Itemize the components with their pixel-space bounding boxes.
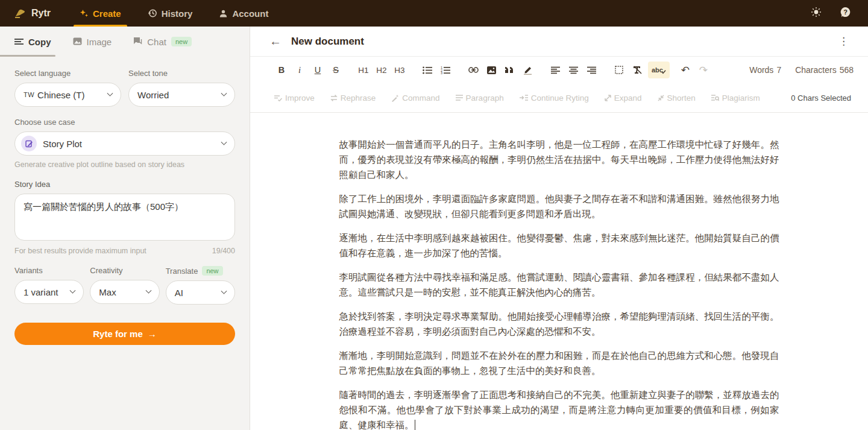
improve-label: Improve bbox=[285, 93, 315, 103]
tone-value: Worried bbox=[137, 90, 222, 100]
use-case-value: Story Plot bbox=[43, 139, 222, 149]
language-prefix: TW bbox=[24, 91, 34, 98]
document-editor[interactable]: 故事開始於一個普通而平凡的日子。主角名叫李明，他是一位工程師，在高壓工作環境中忙… bbox=[250, 113, 868, 430]
cta-label: Ryte for me bbox=[93, 329, 143, 339]
align-center-button[interactable] bbox=[566, 62, 580, 78]
continue-ryting-button[interactable]: Continue Ryting bbox=[520, 93, 589, 103]
tab-chat-label: Chat bbox=[147, 37, 166, 47]
ryte-for-me-button[interactable]: Ryte for me → bbox=[14, 323, 235, 345]
nav-label-history: History bbox=[162, 8, 193, 19]
continue-ryting-label: Continue Ryting bbox=[531, 93, 589, 103]
nav-item-account[interactable]: Account bbox=[206, 0, 281, 27]
rephrase-button[interactable]: Rephrase bbox=[330, 93, 376, 103]
shorten-button[interactable]: Shorten bbox=[658, 93, 696, 103]
h1-button[interactable]: H1 bbox=[356, 62, 371, 78]
char-counter: 19/400 bbox=[212, 247, 235, 255]
brand-name: Rytr bbox=[31, 8, 51, 19]
chevron-down-icon bbox=[221, 90, 227, 96]
help-icon[interactable]: ? bbox=[840, 7, 851, 21]
paragraph-button[interactable]: Paragraph bbox=[456, 93, 504, 103]
document-title[interactable]: New document bbox=[291, 36, 364, 48]
language-value: Chinese (T) bbox=[37, 90, 108, 100]
copy-lines-icon bbox=[14, 37, 24, 47]
paragraph[interactable]: 李明試圖從各種方法中尋找幸福和滿足感。他嘗試運動、閱讀心靈書籍、參加各種課程，但… bbox=[339, 270, 779, 300]
underline-button[interactable]: U bbox=[310, 62, 325, 78]
language-select[interactable]: TW Chinese (T) bbox=[14, 83, 121, 107]
chevron-down-icon bbox=[107, 90, 113, 96]
image-tab-icon bbox=[73, 37, 82, 47]
align-right-button[interactable] bbox=[584, 62, 599, 78]
characters-count: 568 bbox=[840, 65, 854, 75]
theme-toggle-icon[interactable] bbox=[811, 7, 822, 20]
arrow-right-icon: → bbox=[148, 329, 157, 339]
text-cursor bbox=[415, 420, 415, 430]
translate-select[interactable]: AI bbox=[166, 280, 235, 305]
plagiarism-label: Plagiarism bbox=[722, 93, 760, 103]
h3-button[interactable]: H3 bbox=[392, 62, 407, 78]
story-idea-helper: For best results provide maximum input bbox=[14, 247, 146, 255]
plagiarism-button[interactable]: Plagiarism bbox=[711, 93, 760, 103]
spellcheck-button[interactable]: abc bbox=[648, 62, 670, 78]
h2-button[interactable]: H2 bbox=[374, 62, 389, 78]
bold-button[interactable]: B bbox=[274, 62, 289, 78]
ordered-list-button[interactable]: 123 bbox=[438, 62, 453, 78]
formatting-toolbar: B i U S H1 H2 H3 123 bbox=[250, 57, 868, 83]
creativity-value: Max bbox=[99, 287, 146, 297]
redo-button[interactable]: ↷ bbox=[696, 62, 711, 78]
tab-image-label: Image bbox=[87, 37, 112, 47]
paragraph[interactable]: 漸漸地，李明開始意識到，問題並不在於外在的壓力和困難，而是在於他自己的思維方式和… bbox=[339, 348, 779, 378]
characters-label: Characters bbox=[795, 65, 836, 75]
tone-label: Select tone bbox=[128, 69, 235, 78]
sparkles-icon bbox=[80, 9, 89, 18]
nav-label-create: Create bbox=[93, 8, 121, 19]
tone-select[interactable]: Worried bbox=[128, 83, 235, 107]
image-button[interactable] bbox=[484, 62, 498, 78]
paragraph[interactable]: 除了工作上的困境外，李明還面臨許多家庭問題。他與妻子之間存在著不和諧和溝通困難。… bbox=[339, 191, 779, 221]
story-idea-input[interactable]: 寫一篇關於苦惱的男人的故事（500字） bbox=[14, 194, 235, 241]
back-arrow-icon[interactable]: ← bbox=[269, 34, 281, 48]
creativity-label: Creativity bbox=[90, 266, 122, 275]
person-icon bbox=[219, 9, 228, 18]
strikethrough-button[interactable]: S bbox=[329, 62, 343, 78]
expand-button[interactable]: Expand bbox=[605, 93, 642, 103]
paragraph[interactable]: 故事開始於一個普通而平凡的日子。主角名叫李明，他是一位工程師，在高壓工作環境中忙… bbox=[339, 137, 779, 182]
tab-chat[interactable]: Chat new bbox=[133, 37, 192, 47]
chevron-down-icon bbox=[70, 287, 76, 293]
quote-button[interactable] bbox=[502, 62, 517, 78]
use-case-select[interactable]: Story Plot bbox=[14, 131, 235, 156]
use-case-helper: Generate creative plot outline based on … bbox=[14, 160, 235, 169]
paragraph[interactable]: 逐漸地，在生活中李明感到越來越被困住。他變得憂鬱、焦慮，對未來感到無比迷茫。他開… bbox=[339, 230, 779, 261]
paragraph[interactable]: 急於找到答案，李明決定尋求專業幫助。他開始接受心理輔導治療，希望能夠理清頭緒、找… bbox=[339, 309, 779, 339]
chars-selected-info: 0 Chars Selected bbox=[791, 93, 851, 103]
translate-new-badge: new bbox=[202, 266, 222, 276]
kebab-menu-icon[interactable]: ⋮ bbox=[835, 35, 852, 48]
tab-image[interactable]: Image bbox=[73, 37, 112, 47]
ai-actions-toolbar: Improve Rephrase Command Paragraph Conti… bbox=[250, 83, 868, 113]
nav-item-history[interactable]: History bbox=[134, 0, 206, 27]
document-stats: Words7 Characters568 bbox=[746, 65, 854, 75]
history-clock-icon bbox=[148, 8, 157, 18]
italic-button[interactable]: i bbox=[292, 62, 307, 78]
highlight-button[interactable] bbox=[520, 62, 535, 78]
variants-select[interactable]: 1 variant bbox=[14, 280, 84, 304]
nav-label-account: Account bbox=[232, 8, 268, 19]
command-button[interactable]: Command bbox=[391, 93, 439, 103]
paragraph-text: 隨著時間的過去，李明逐漸學會了正面思考和接納自己的不完美。他重新建立與妻子的聯繫… bbox=[339, 390, 779, 430]
improve-button[interactable]: Improve bbox=[274, 93, 315, 103]
nav-item-create[interactable]: Create bbox=[66, 0, 134, 27]
tab-copy[interactable]: Copy bbox=[14, 37, 51, 47]
words-count: 7 bbox=[776, 65, 781, 75]
bullet-list-button[interactable] bbox=[420, 62, 435, 78]
rytr-brand[interactable]: Rytr bbox=[0, 0, 66, 27]
svg-text:?: ? bbox=[843, 8, 848, 16]
translate-value: AI bbox=[175, 288, 222, 298]
tab-copy-label: Copy bbox=[28, 37, 51, 47]
svg-text:3: 3 bbox=[441, 71, 442, 74]
align-left-button[interactable] bbox=[548, 62, 562, 78]
undo-button[interactable]: ↶ bbox=[678, 62, 693, 78]
select-all-button[interactable] bbox=[612, 62, 626, 78]
paragraph[interactable]: 隨著時間的過去，李明逐漸學會了正面思考和接納自己的不完美。他重新建立與妻子的聯繫… bbox=[339, 387, 779, 430]
creativity-select[interactable]: Max bbox=[90, 280, 159, 304]
link-button[interactable] bbox=[466, 62, 480, 78]
clear-format-button[interactable] bbox=[630, 62, 644, 78]
